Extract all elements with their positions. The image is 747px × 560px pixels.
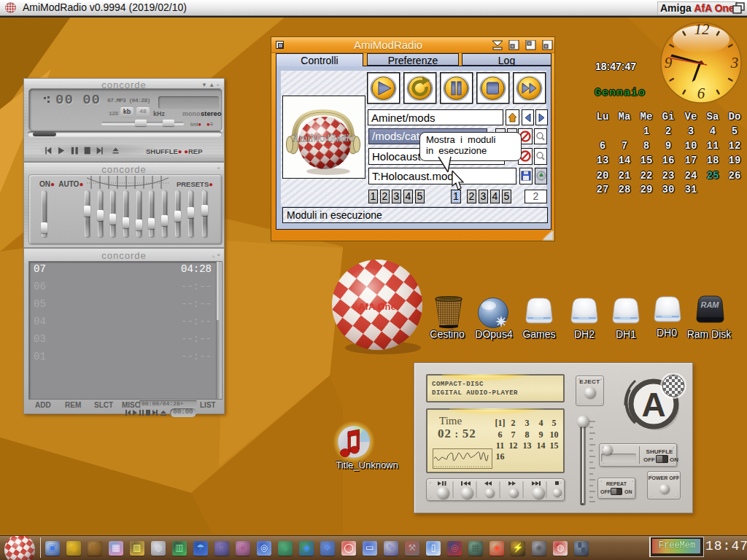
svg-text:AfA One: AfA One	[358, 301, 396, 312]
svg-text:RAM: RAM	[700, 300, 719, 309]
svg-text:12: 12	[694, 21, 711, 38]
svg-text:AmiModRadio: AmiModRadio	[293, 133, 355, 144]
svg-text:3: 3	[730, 54, 739, 71]
svg-text:6: 6	[697, 85, 705, 102]
